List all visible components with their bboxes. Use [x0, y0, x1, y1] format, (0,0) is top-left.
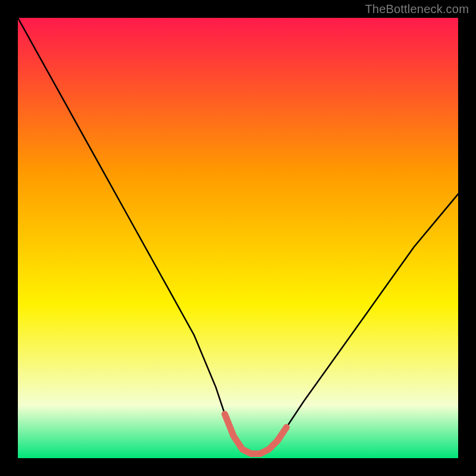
gradient-background [18, 18, 458, 458]
chart-frame: TheBottleneck.com [0, 0, 476, 476]
chart-svg [18, 18, 458, 458]
plot-area [18, 18, 458, 458]
watermark-text: TheBottleneck.com [365, 2, 469, 16]
